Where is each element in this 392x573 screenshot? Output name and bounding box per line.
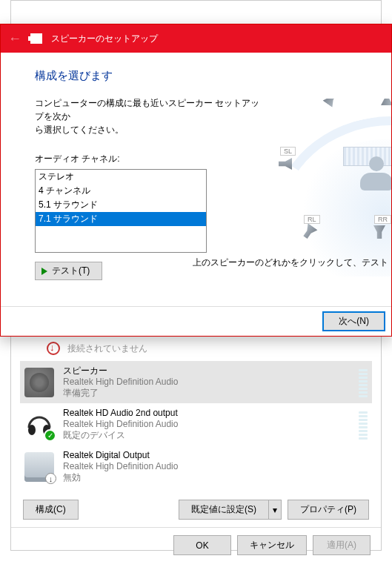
set-default-chevron[interactable]: ▾ bbox=[268, 500, 282, 520]
configure-button[interactable]: 構成(C) bbox=[23, 500, 79, 520]
device-title: Realtek Digital Output bbox=[63, 450, 368, 461]
cancel-button[interactable]: キャンセル bbox=[237, 535, 307, 555]
speaker-front-right[interactable]: R bbox=[380, 99, 391, 115]
wizard-description: コンピューターの構成に最も近いスピーカー セットアップを次か ら選択してください… bbox=[35, 96, 265, 136]
speaker-rear-left[interactable]: RL bbox=[302, 226, 325, 248]
listener-icon bbox=[354, 156, 391, 193]
device-status: 既定のデバイス bbox=[63, 430, 350, 441]
wizard-footer: 次へ(N) bbox=[1, 306, 391, 336]
channel-option-selected[interactable]: 7.1 サラウンド bbox=[36, 212, 206, 226]
level-meter-icon bbox=[359, 368, 368, 397]
default-badge-icon bbox=[44, 429, 56, 442]
spdif-icon: ↓ bbox=[24, 452, 54, 482]
channel-option[interactable]: 5.1 サラウンド bbox=[36, 198, 206, 212]
next-button[interactable]: 次へ(N) bbox=[322, 311, 385, 331]
disabled-badge-icon: ↓ bbox=[45, 473, 56, 484]
speaker-side-left[interactable]: SL bbox=[279, 158, 301, 180]
speaker-layout-diagram: L R SL RL RR bbox=[273, 99, 391, 276]
device-status: 準備完了 bbox=[63, 388, 350, 399]
set-default-split-button[interactable]: 既定値に設定(S) ▾ bbox=[179, 500, 282, 520]
speaker-setup-wizard: ← スピーカーのセットアップ 構成を選びます コンピューターの構成に最も近いスピ… bbox=[0, 24, 392, 337]
wizard-heading: 構成を選びます bbox=[35, 69, 391, 83]
device-sub: Realtek High Definition Audio bbox=[63, 461, 368, 472]
speaker-title-icon bbox=[30, 33, 42, 44]
level-meter-icon bbox=[359, 410, 368, 440]
device-row-digital[interactable]: ↓ Realtek Digital Output Realtek High De… bbox=[20, 446, 372, 488]
device-title: Realtek HD Audio 2nd output bbox=[63, 408, 350, 419]
speaker-icon bbox=[24, 368, 54, 397]
apply-button[interactable]: 適用(A) bbox=[313, 535, 371, 555]
device-status: 無効 bbox=[63, 472, 368, 483]
set-default-button[interactable]: 既定値に設定(S) bbox=[179, 500, 268, 520]
device-row-headphone[interactable]: Realtek HD Audio 2nd output Realtek High… bbox=[20, 403, 372, 446]
disconnected-device-row: 接続されていません bbox=[11, 342, 381, 361]
device-row-speaker[interactable]: スピーカー Realtek High Definition Audio 準備完了 bbox=[20, 361, 372, 403]
playback-device-list[interactable]: スピーカー Realtek High Definition Audio 準備完了… bbox=[20, 361, 372, 488]
device-title: スピーカー bbox=[63, 365, 350, 377]
wizard-title: スピーカーのセットアップ bbox=[51, 33, 158, 45]
device-sub: Realtek High Definition Audio bbox=[63, 419, 350, 430]
wizard-titlebar: ← スピーカーのセットアップ bbox=[1, 24, 391, 53]
disconnected-label: 接続されていません bbox=[67, 342, 147, 355]
audio-channel-listbox[interactable]: ステレオ 4 チャンネル 5.1 サラウンド 7.1 サラウンド bbox=[35, 169, 207, 253]
channel-option[interactable]: 4 チャンネル bbox=[36, 184, 206, 198]
speaker-front-left[interactable]: L bbox=[325, 99, 347, 115]
ok-button[interactable]: OK bbox=[173, 535, 231, 555]
device-sub: Realtek High Definition Audio bbox=[63, 377, 350, 388]
disconnected-icon bbox=[47, 342, 60, 355]
headphone-icon bbox=[24, 410, 54, 440]
back-arrow-icon: ← bbox=[8, 31, 21, 47]
channel-option[interactable]: ステレオ bbox=[36, 170, 206, 184]
speaker-rear-right[interactable]: RR bbox=[373, 226, 391, 248]
properties-button[interactable]: プロパティ(P) bbox=[288, 500, 369, 520]
svg-point-0 bbox=[28, 425, 36, 435]
diagram-hint: 上のスピーカーのどれかをクリックして、テスト bbox=[1, 256, 391, 269]
